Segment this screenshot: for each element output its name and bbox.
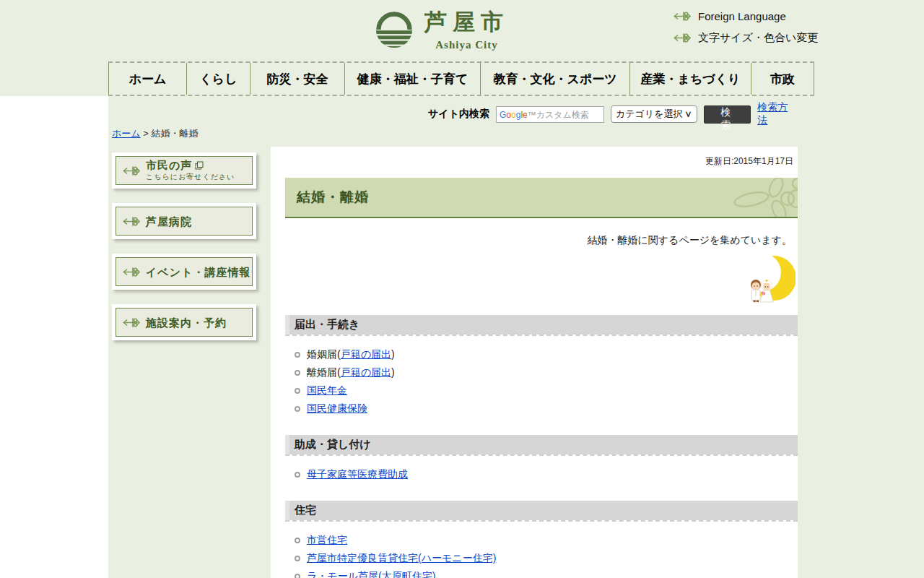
breadcrumb: ホーム > 結婚・離婚 <box>112 127 198 140</box>
page-intro: 結婚・離婚に関するページを集めています。 <box>285 234 798 247</box>
site-search: サイト内検索 Google™カスタム検索 カテゴリを選択 ∨ 検 索 検索方法 <box>428 105 798 124</box>
leaf-arrow-icon <box>674 33 691 43</box>
nav-item-home[interactable]: ホーム <box>108 63 186 95</box>
breadcrumb-home-link[interactable]: ホーム <box>112 128 141 139</box>
section-header-procedures: 届出・手続き <box>285 315 798 335</box>
text-size-color-link[interactable]: 文字サイズ・色合い変更 <box>674 31 818 45</box>
global-navigation: ホーム くらし 防災・安全 健康・福祉・子育て 教育・文化・スポーツ 産業・まち… <box>108 61 814 96</box>
sidebar-button-event-info[interactable]: イベント・講座情報 <box>112 254 256 290</box>
nav-item-sangyou[interactable]: 産業・まちづくり <box>629 63 751 95</box>
list-item: 芦屋市特定優良賃貸住宅(ハーモニー住宅) <box>295 549 798 567</box>
link-shiei-juutaku[interactable]: 市営住宅 <box>307 534 347 545</box>
nav-item-kenkou[interactable]: 健康・福祉・子育て <box>344 63 480 95</box>
nav-item-bousai[interactable]: 防災・安全 <box>250 63 344 95</box>
chevron-down-icon: ∨ <box>685 108 692 121</box>
nav-item-kurashi[interactable]: くらし <box>186 63 250 95</box>
list-item: 離婚届(戸籍の届出) <box>295 363 798 381</box>
external-link-icon <box>195 161 204 170</box>
search-button[interactable]: 検 索 <box>704 105 751 124</box>
link-harmony-juutaku[interactable]: 芦屋市特定優良賃貸住宅(ハーモニー住宅) <box>307 552 496 564</box>
nav-item-shisei[interactable]: 市政 <box>751 63 814 95</box>
link-list: 婚姻届(戸籍の届出) 離婚届(戸籍の届出) 国民年金 国民健康保険 <box>285 336 798 426</box>
sidebar-button-shimin-no-koe[interactable]: 市民の声 こちらにお寄せください <box>112 152 256 189</box>
wedding-couple-moon-illustration <box>741 251 796 306</box>
list-item: 国民健康保険 <box>295 400 798 418</box>
flourish-ornament-icon <box>728 178 798 218</box>
updated-date: 更新日:2015年1月17日 <box>285 155 798 168</box>
link-list: 市営住宅 芦屋市特定優良賃貸住宅(ハーモニー住宅) ラ・モール芦屋(大原町住宅) <box>285 522 798 578</box>
nav-item-kyouiku[interactable]: 教育・文化・スポーツ <box>480 63 629 95</box>
list-item: 婚姻届(戸籍の届出) <box>295 345 798 363</box>
search-input[interactable] <box>496 106 604 123</box>
site-logo[interactable]: 芦屋市 Ashiya City <box>374 7 509 51</box>
header-utility-links: Foreign Language 文字サイズ・色合い変更 <box>674 10 818 45</box>
link-la-mall-ashiya[interactable]: ラ・モール芦屋(大原町住宅) <box>307 570 435 578</box>
section-header-subsidy: 助成・貸し付け <box>285 435 798 454</box>
list-bullet-icon <box>295 406 300 412</box>
leaf-arrow-icon <box>123 165 140 176</box>
list-bullet-icon <box>295 370 300 376</box>
list-bullet-icon <box>295 352 300 358</box>
page-title: 結婚・離婚 <box>285 178 798 217</box>
link-list: 母子家庭等医療費助成 <box>285 456 798 491</box>
list-item: 国民年金 <box>295 381 798 400</box>
link-boshi-iryouhi[interactable]: 母子家庭等医療費助成 <box>307 468 408 480</box>
search-help-link[interactable]: 検索方法 <box>757 101 798 127</box>
link-kokumin-kenkou-hoken[interactable]: 国民健康保険 <box>307 402 367 414</box>
link-kokumin-nenkin[interactable]: 国民年金 <box>307 384 347 396</box>
sidebar-button-ashiya-hospital[interactable]: 芦屋病院 <box>112 203 256 239</box>
list-bullet-icon <box>295 556 300 561</box>
leaf-arrow-icon <box>123 267 140 277</box>
list-bullet-icon <box>295 472 300 478</box>
list-bullet-icon <box>295 538 300 543</box>
sidebar-button-facility-reserve[interactable]: 施設案内・予約 <box>112 304 256 340</box>
leaf-arrow-icon <box>674 11 691 22</box>
leaf-arrow-icon <box>123 317 140 328</box>
link-koseki-todoke[interactable]: 戸籍の届出 <box>341 348 391 360</box>
page-title-bar: 結婚・離婚 <box>285 178 798 218</box>
list-item: ラ・モール芦屋(大原町住宅) <box>295 567 798 578</box>
city-emblem-icon <box>374 9 414 50</box>
section-header-housing: 住宅 <box>285 501 798 520</box>
list-item: 母子家庭等医療費助成 <box>295 465 798 483</box>
list-bullet-icon <box>295 574 300 578</box>
site-name-english: Ashiya City <box>424 39 509 51</box>
main-content: 更新日:2015年1月17日 結婚・離婚 結婚・離婚に関するページを集めています… <box>271 147 798 578</box>
list-bullet-icon <box>295 388 300 394</box>
breadcrumb-current: 結婚・離婚 <box>151 128 198 139</box>
sidebar: 市民の声 こちらにお寄せください 芦屋病院 イベント・講座情報 施設案内・予約 <box>112 152 256 355</box>
leaf-arrow-icon <box>123 216 140 227</box>
site-name: 芦屋市 <box>424 7 509 38</box>
link-koseki-todoke[interactable]: 戸籍の届出 <box>341 366 391 378</box>
foreign-language-link[interactable]: Foreign Language <box>674 10 818 22</box>
list-item: 市営住宅 <box>295 531 798 549</box>
category-select[interactable]: カテゴリを選択 ∨ <box>611 105 697 123</box>
search-label: サイト内検索 <box>428 108 489 121</box>
